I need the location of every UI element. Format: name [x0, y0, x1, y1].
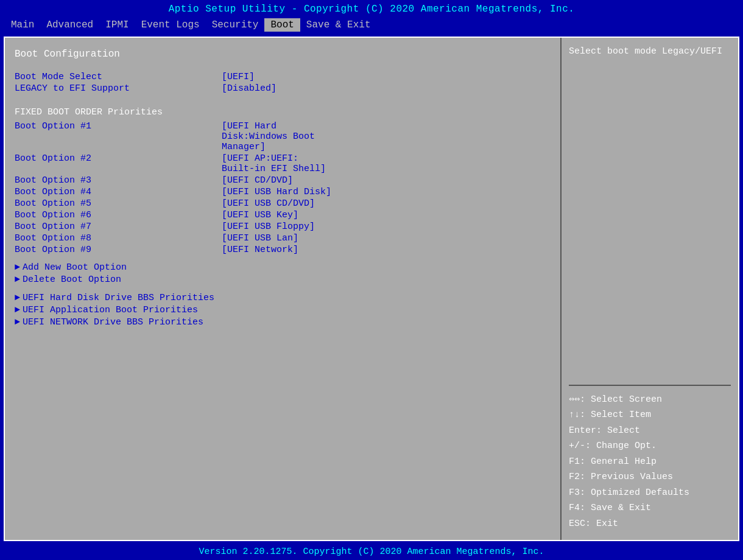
menu-item-save-&-exit[interactable]: Save & Exit	[300, 18, 377, 32]
config-value: [Disabled]	[222, 83, 276, 94]
boot-option-label: Boot Option #4	[15, 187, 222, 197]
key-help-line: ⇔⇔: Select Screen	[569, 392, 731, 408]
bios-screen: Aptio Setup Utility - Copyright (C) 2020…	[0, 0, 743, 560]
boot-option-value: [UEFI AP:UEFI:Built-in EFI Shell]	[222, 153, 326, 174]
submenu-row[interactable]: ►UEFI NETWORK Drive BBS Priorities	[15, 317, 551, 327]
boot-option-row[interactable]: Boot Option #8[UEFI USB Lan]	[15, 233, 551, 243]
key-help-line: F4: Save & Exit	[569, 500, 731, 516]
submenu-row[interactable]: ►Add New Boot Option	[15, 262, 551, 273]
boot-option-value: [UEFI USB Key]	[222, 210, 298, 220]
title-bar: Aptio Setup Utility - Copyright (C) 2020…	[0, 0, 743, 17]
boot-option-row[interactable]: Boot Option #3[UEFI CD/DVD]	[15, 175, 551, 186]
boot-option-row[interactable]: Boot Option #2[UEFI AP:UEFI:Built-in EFI…	[15, 153, 551, 174]
menu-bar: MainAdvancedIPMIEvent LogsSecurityBootSa…	[0, 17, 743, 34]
boot-option-value: [UEFI USB CD/DVD]	[222, 198, 315, 209]
submenu-row[interactable]: ►UEFI Application Boot Priorities	[15, 305, 551, 315]
boot-option-value: [UEFI Network]	[222, 245, 298, 255]
key-help: ⇔⇔: Select Screen↑↓: Select ItemEnter: S…	[569, 392, 731, 532]
submenu-arrow: ►	[15, 293, 20, 303]
submenu-label: UEFI NETWORK Drive BBS Priorities	[23, 317, 203, 327]
submenu-label: UEFI Application Boot Priorities	[23, 305, 198, 315]
boot-option-label: Boot Option #9	[15, 245, 222, 255]
boot-option-row[interactable]: Boot Option #4[UEFI USB Hard Disk]	[15, 187, 551, 197]
key-help-line: F1: General Help	[569, 454, 731, 470]
boot-option-label: Boot Option #5	[15, 198, 222, 209]
right-panel: Select boot mode Legacy/UEFI ⇔⇔: Select …	[562, 38, 738, 540]
boot-option-value: [UEFI CD/DVD]	[222, 175, 293, 186]
left-panel: Boot Configuration Boot Mode Select[UEFI…	[5, 38, 562, 540]
section-title: Boot Configuration	[15, 49, 551, 60]
menu-item-event-logs[interactable]: Event Logs	[135, 18, 206, 32]
config-row[interactable]: LEGACY to EFI Support[Disabled]	[15, 83, 551, 94]
submenu-arrow: ►	[15, 317, 20, 327]
config-value: [UEFI]	[222, 72, 255, 82]
boot-option-label: Boot Option #1	[15, 121, 222, 131]
boot-option-row[interactable]: Boot Option #5[UEFI USB CD/DVD]	[15, 198, 551, 209]
menu-item-ipmi[interactable]: IPMI	[99, 18, 135, 32]
submenu-row[interactable]: ►UEFI Hard Disk Drive BBS Priorities	[15, 293, 551, 303]
key-help-line: F3: Optimized Defaults	[569, 485, 731, 501]
submenu-arrow: ►	[15, 305, 20, 315]
divider	[569, 385, 731, 386]
boot-option-row[interactable]: Boot Option #7[UEFI USB Floppy]	[15, 222, 551, 232]
key-help-line: ↑↓: Select Item	[569, 407, 731, 423]
boot-option-value: [UEFI USB Lan]	[222, 233, 298, 243]
key-help-line: F2: Previous Values	[569, 469, 731, 485]
config-label: LEGACY to EFI Support	[15, 83, 222, 94]
boot-option-row[interactable]: Boot Option #9[UEFI Network]	[15, 245, 551, 255]
submenu-row[interactable]: ►Delete Boot Option	[15, 275, 551, 285]
key-help-line: +/-: Change Opt.	[569, 438, 731, 454]
submenu-label: Add New Boot Option	[23, 262, 127, 273]
submenu-arrow: ►	[15, 262, 20, 273]
boot-option-row[interactable]: Boot Option #1[UEFI HardDisk:Windows Boo…	[15, 121, 551, 152]
boot-option-label: Boot Option #7	[15, 222, 222, 232]
boot-option-label: Boot Option #6	[15, 210, 222, 220]
config-row[interactable]: Boot Mode Select[UEFI]	[15, 72, 551, 82]
submenu-arrow: ►	[15, 275, 20, 285]
fixed-boot-header: FIXED BOOT ORDER Priorities	[15, 107, 551, 117]
boot-option-value: [UEFI HardDisk:Windows BootManager]	[222, 121, 315, 152]
boot-option-row[interactable]: Boot Option #6[UEFI USB Key]	[15, 210, 551, 220]
main-content: Boot Configuration Boot Mode Select[UEFI…	[4, 37, 739, 541]
config-label: Boot Mode Select	[15, 72, 222, 82]
key-help-line: Enter: Select	[569, 423, 731, 439]
footer-text: Version 2.20.1275. Copyright (C) 2020 Am…	[199, 547, 544, 557]
boot-option-label: Boot Option #2	[15, 153, 222, 164]
menu-item-advanced[interactable]: Advanced	[40, 18, 99, 32]
submenu-label: Delete Boot Option	[23, 275, 121, 285]
boot-option-value: [UEFI USB Floppy]	[222, 222, 315, 232]
title-text: Aptio Setup Utility - Copyright (C) 2020…	[169, 4, 575, 15]
menu-item-boot[interactable]: Boot	[264, 18, 300, 32]
submenu-label: UEFI Hard Disk Drive BBS Priorities	[23, 293, 214, 303]
menu-item-main[interactable]: Main	[5, 18, 40, 32]
menu-item-security[interactable]: Security	[206, 18, 265, 32]
help-text: Select boot mode Legacy/UEFI	[569, 46, 731, 379]
boot-option-label: Boot Option #3	[15, 175, 222, 186]
boot-option-value: [UEFI USB Hard Disk]	[222, 187, 331, 197]
key-help-line: ESC: Exit	[569, 516, 731, 532]
boot-option-label: Boot Option #8	[15, 233, 222, 243]
footer: Version 2.20.1275. Copyright (C) 2020 Am…	[0, 544, 743, 560]
